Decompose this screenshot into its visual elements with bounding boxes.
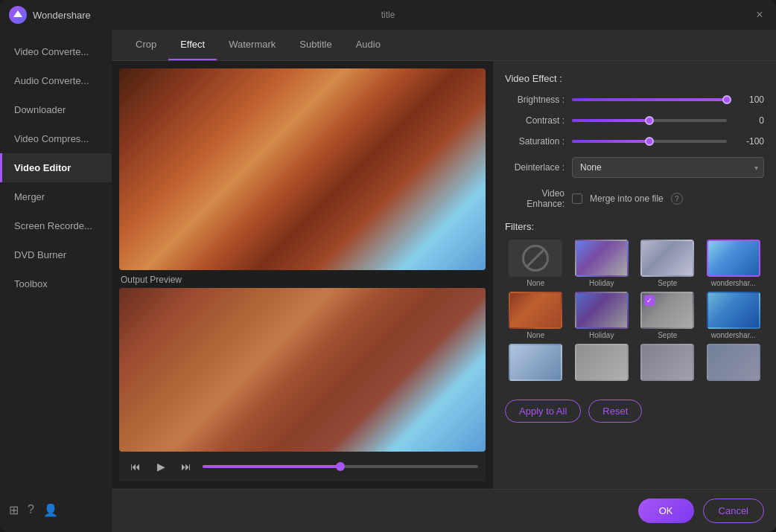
filter-label-wondershare-2: wondershar... xyxy=(711,331,756,339)
filter-thumb-septe-1 xyxy=(640,240,694,277)
tab-effect[interactable]: Effect xyxy=(168,30,217,60)
saturation-row: Saturation : -100 xyxy=(505,136,764,147)
close-button[interactable]: × xyxy=(752,7,767,22)
brightness-thumb[interactable] xyxy=(722,95,731,104)
deinterlace-label: Deinterlace : xyxy=(505,162,564,173)
filter-row3-b[interactable] xyxy=(571,344,633,383)
sidebar-item-merger[interactable]: Merger xyxy=(0,182,112,211)
sidebar-item-dvd-burner[interactable]: DVD Burner xyxy=(0,240,112,269)
merge-label: Merge into one file xyxy=(590,193,664,204)
window-title: title xyxy=(381,10,395,20)
tabs-bar: Crop Effect Watermark Subtitle Audio xyxy=(112,30,776,61)
brightness-value: 100 xyxy=(734,94,764,105)
filter-thumb-holiday-2 xyxy=(575,292,629,329)
play-button[interactable]: ▶ xyxy=(152,458,170,475)
filter-none-2[interactable]: None xyxy=(505,292,567,339)
contrast-slider[interactable] xyxy=(572,119,727,122)
sidebar-bottom-icons: ⊞ ? 👤 xyxy=(0,496,112,525)
filter-label-septe-2: Septe xyxy=(658,331,677,339)
action-row: Apply to All Reset xyxy=(505,400,764,423)
help-icon[interactable]: ? xyxy=(28,503,34,517)
filter-label-none-2: None xyxy=(527,331,544,339)
filter-thumb-none-2 xyxy=(509,292,562,329)
sidebar-item-video-converter[interactable]: Video Converte... xyxy=(0,37,112,66)
tab-subtitle[interactable]: Subtitle xyxy=(287,30,343,60)
filters-label: Filters: xyxy=(505,221,764,232)
sidebar-item-audio-converter[interactable]: Audio Converte... xyxy=(0,66,112,95)
sidebar-item-downloader[interactable]: Downloader xyxy=(0,95,112,124)
brightness-label: Brightness : xyxy=(505,94,564,105)
svg-marker-0 xyxy=(13,10,22,17)
filters-grid-container: None Holiday Septe xyxy=(505,240,764,383)
video-enhance-label: Video Enhance: xyxy=(505,188,564,209)
merge-checkbox[interactable] xyxy=(572,193,582,204)
reset-button[interactable]: Reset xyxy=(588,400,642,423)
filter-check-icon: ✓ xyxy=(644,295,655,306)
no-symbol-icon xyxy=(522,245,549,272)
filter-row3-c[interactable] xyxy=(637,344,699,383)
tab-crop[interactable]: Crop xyxy=(124,30,168,60)
filter-wondershare-2[interactable]: wondershar... xyxy=(703,292,765,339)
account-icon[interactable]: 👤 xyxy=(43,503,58,517)
tab-audio[interactable]: Audio xyxy=(344,30,392,60)
layout-icon[interactable]: ⊞ xyxy=(9,503,19,517)
saturation-slider[interactable] xyxy=(572,140,727,143)
contrast-thumb[interactable] xyxy=(645,116,654,125)
filter-holiday-2[interactable]: Holiday xyxy=(571,292,633,339)
right-panel: Video Effect : Brightness : 100 xyxy=(493,61,776,489)
preview-area: Output Preview ⏮ ▶ ⏭ xyxy=(112,61,493,489)
video-effect-title: Video Effect : xyxy=(505,73,764,84)
filter-septe-1[interactable]: Septe xyxy=(637,240,699,287)
video-enhance-row: Video Enhance: Merge into one file ? xyxy=(505,188,764,209)
contrast-row: Contrast : 0 xyxy=(505,115,764,126)
sidebar-item-toolbox[interactable]: Toolbox xyxy=(0,269,112,298)
filter-thumb-septe-2: ✓ xyxy=(640,292,694,329)
dialog: Crop Effect Watermark Subtitle Audio Out… xyxy=(112,30,776,532)
deinterlace-select-wrapper: None Bob Linear Mean ▾ xyxy=(572,157,764,178)
filter-none-1[interactable]: None xyxy=(505,240,567,287)
filters-section: Filters: None xyxy=(505,221,764,383)
ok-button[interactable]: OK xyxy=(638,499,694,523)
video-controls: ⏮ ▶ ⏭ xyxy=(119,452,486,481)
saturation-thumb[interactable] xyxy=(645,137,654,146)
output-preview-label: Output Preview xyxy=(119,270,486,288)
filter-row3-a[interactable] xyxy=(505,344,567,383)
brightness-fill xyxy=(572,98,727,101)
brightness-slider[interactable] xyxy=(572,98,727,101)
sidebar-item-video-compressor[interactable]: Video Compres... xyxy=(0,124,112,153)
saturation-label: Saturation : xyxy=(505,136,564,147)
deinterlace-select[interactable]: None Bob Linear Mean xyxy=(572,157,764,178)
filter-row3-d[interactable] xyxy=(703,344,765,383)
main-preview-image xyxy=(119,68,486,270)
filter-label-wondershare-1: wondershar... xyxy=(711,279,756,287)
tab-watermark[interactable]: Watermark xyxy=(217,30,287,60)
app-logo xyxy=(9,6,27,24)
filter-wondershare-1[interactable]: wondershar... xyxy=(703,240,765,287)
prev-button[interactable]: ⏮ xyxy=(127,458,144,475)
contrast-value: 0 xyxy=(734,115,764,126)
preview-output-video xyxy=(119,288,486,452)
brightness-row: Brightness : 100 xyxy=(505,94,764,105)
progress-bar[interactable] xyxy=(203,465,478,468)
filters-grid: None Holiday Septe xyxy=(505,240,764,383)
contrast-fill xyxy=(572,119,649,122)
filter-thumb-row3-d xyxy=(707,344,760,381)
filter-septe-2[interactable]: ✓ Septe xyxy=(637,292,699,339)
dialog-content: Output Preview ⏮ ▶ ⏭ xyxy=(112,61,776,489)
next-button[interactable]: ⏭ xyxy=(177,458,195,475)
filter-thumb-wondershare-1 xyxy=(707,240,760,277)
deinterlace-row: Deinterlace : None Bob Linear Mean ▾ xyxy=(505,157,764,178)
output-preview-image xyxy=(119,288,486,452)
filter-thumb-wondershare-2 xyxy=(707,292,760,329)
progress-handle[interactable] xyxy=(336,462,345,471)
sidebar: Video Converte... Audio Converte... Down… xyxy=(0,30,112,532)
dialog-area: Crop Effect Watermark Subtitle Audio Out… xyxy=(112,30,776,532)
sidebar-item-screen-recorder[interactable]: Screen Recorde... xyxy=(0,211,112,240)
help-circle-icon[interactable]: ? xyxy=(671,193,683,205)
cancel-button[interactable]: Cancel xyxy=(703,499,764,523)
filter-holiday-1[interactable]: Holiday xyxy=(571,240,633,287)
filter-label-none-1: None xyxy=(527,279,544,287)
filter-label-holiday-2: Holiday xyxy=(589,331,614,339)
sidebar-item-video-editor[interactable]: Video Editor xyxy=(0,153,112,182)
apply-to-all-button[interactable]: Apply to All xyxy=(505,400,581,423)
